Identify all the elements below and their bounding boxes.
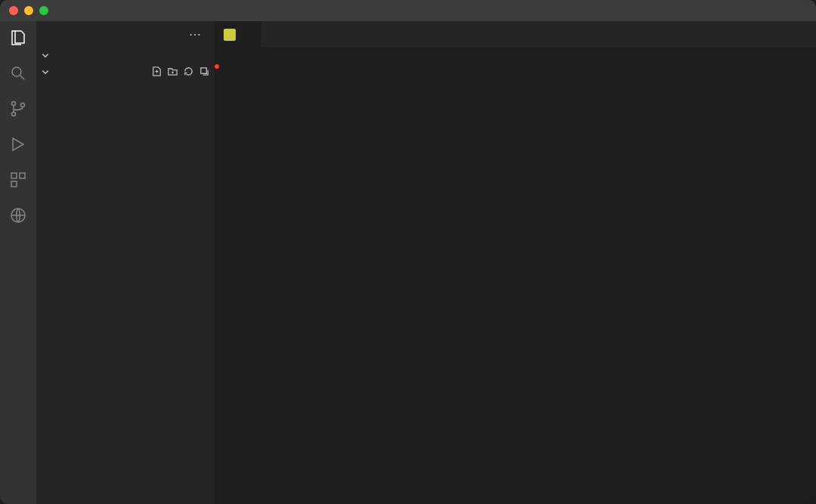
source-control-activity[interactable] — [9, 100, 27, 120]
sidebar-more-icon[interactable]: ⋯ — [189, 27, 202, 42]
svg-rect-6 — [11, 181, 17, 187]
new-folder-icon[interactable] — [167, 66, 178, 77]
explorer-activity[interactable] — [9, 29, 27, 49]
file-tree[interactable] — [36, 80, 215, 504]
search-activity[interactable] — [9, 64, 27, 85]
new-file-icon[interactable] — [151, 66, 162, 77]
collapse-all-icon[interactable] — [199, 66, 210, 77]
svg-point-3 — [21, 104, 25, 107]
sidebar-header: ⋯ — [36, 21, 215, 48]
play-bug-icon — [9, 135, 27, 153]
files-icon — [9, 29, 27, 47]
window-controls — [0, 6, 48, 15]
svg-point-1 — [12, 102, 16, 106]
svg-rect-5 — [20, 173, 25, 178]
accounts-activity[interactable] — [9, 206, 27, 227]
svg-point-2 — [12, 113, 16, 116]
editor-tabs — [215, 21, 816, 48]
tab-phishing-detect[interactable] — [215, 21, 262, 48]
line-number-gutter — [215, 64, 252, 504]
svg-point-0 — [12, 67, 21, 76]
svg-rect-8 — [201, 68, 207, 74]
breadcrumb[interactable] — [215, 48, 816, 64]
sidebar: ⋯ — [36, 21, 215, 504]
search-icon — [9, 64, 27, 82]
project-section-header[interactable] — [36, 63, 215, 80]
run-debug-activity[interactable] — [9, 135, 27, 156]
branch-icon — [9, 100, 27, 118]
code-content[interactable] — [252, 64, 816, 504]
code-editor[interactable] — [215, 64, 816, 504]
editor-area — [215, 21, 816, 504]
chevron-down-icon — [41, 67, 50, 76]
extensions-icon — [9, 171, 27, 189]
chevron-down-icon — [41, 51, 50, 60]
project-tools — [151, 66, 210, 77]
minimize-window-button[interactable] — [24, 6, 33, 15]
activity-bar — [0, 21, 36, 504]
js-file-icon — [224, 29, 236, 41]
svg-rect-4 — [11, 173, 17, 178]
close-window-button[interactable] — [9, 6, 18, 15]
maximize-window-button[interactable] — [39, 6, 48, 15]
globe-icon — [9, 206, 27, 224]
refresh-icon[interactable] — [183, 66, 194, 77]
title-bar — [0, 0, 816, 21]
open-editors-section-header[interactable] — [36, 48, 215, 63]
extensions-activity[interactable] — [9, 171, 27, 191]
